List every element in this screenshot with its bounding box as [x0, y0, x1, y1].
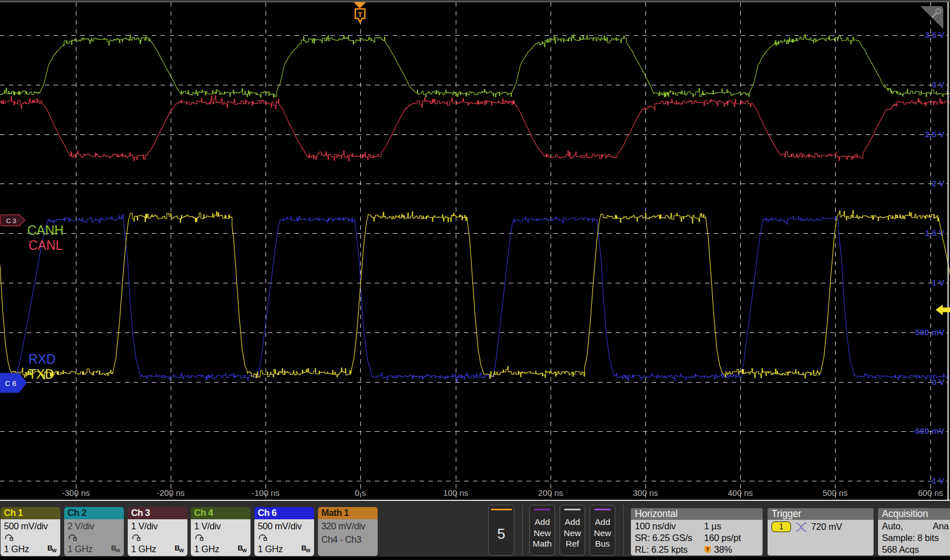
svg-text:600 ns: 600 ns — [918, 488, 943, 498]
svg-text:1 V: 1 V — [932, 278, 944, 287]
svg-text:200 ns: 200 ns — [538, 488, 563, 498]
svg-text:3.5 V: 3.5 V — [925, 30, 944, 40]
svg-text:-300 ns: -300 ns — [62, 488, 90, 498]
svg-text:-500 mV: -500 mV — [912, 426, 944, 436]
svg-text:400 ns: 400 ns — [727, 488, 753, 498]
svg-text:500 mV: 500 mV — [915, 327, 944, 337]
svg-text:CANH: CANH — [27, 223, 64, 238]
svg-text:300 ns: 300 ns — [633, 488, 658, 498]
svg-text:100 ns: 100 ns — [443, 488, 468, 498]
svg-text:C 6: C 6 — [5, 379, 16, 388]
svg-text:0 s: 0 s — [355, 488, 366, 498]
svg-text:-1 V: -1 V — [929, 476, 944, 485]
svg-text:CANL: CANL — [28, 238, 63, 253]
svg-text:-100 ns: -100 ns — [252, 488, 279, 498]
svg-text:TXD: TXD — [28, 367, 54, 382]
svg-text:0 V: 0 V — [932, 377, 944, 387]
svg-text:3 V: 3 V — [932, 80, 944, 89]
svg-text:-200 ns: -200 ns — [157, 488, 185, 498]
svg-text:C 3: C 3 — [6, 218, 16, 224]
svg-text:T: T — [358, 11, 363, 19]
svg-text:T: T — [706, 547, 710, 552]
svg-text:2.5 V: 2.5 V — [925, 129, 944, 139]
svg-text:RXD: RXD — [28, 352, 56, 366]
svg-text:2 V: 2 V — [932, 178, 944, 188]
svg-text:500 ns: 500 ns — [822, 488, 847, 498]
